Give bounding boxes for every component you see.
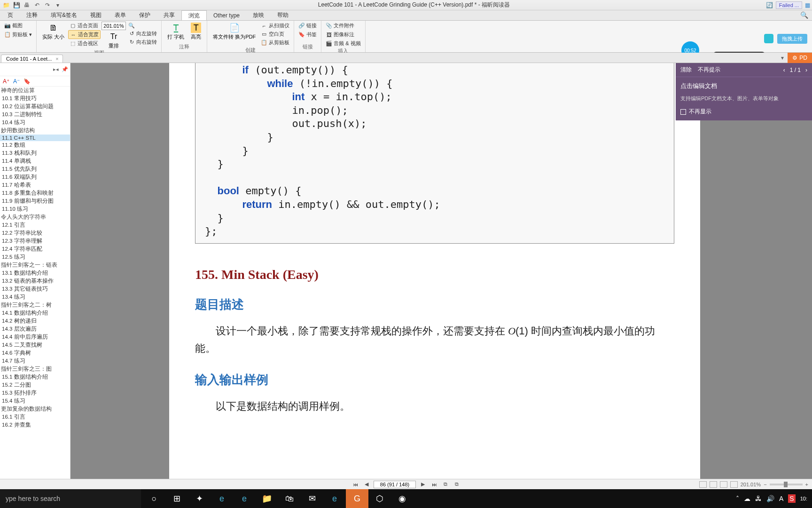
edge-icon[interactable]: e	[233, 489, 256, 508]
tab-file[interactable]: 页	[1, 10, 20, 20]
print-icon[interactable]: 🖶	[23, 1, 31, 9]
tab-dropdown-icon[interactable]: ▾	[781, 55, 784, 61]
toc-item[interactable]: 11.7 哈希表	[0, 181, 70, 189]
toc-section[interactable]: 指针三剑客之一：链表	[0, 261, 70, 269]
toc-section[interactable]: 令人头大的字符串	[0, 213, 70, 221]
nav-extra2-icon[interactable]: ⧉	[453, 481, 461, 488]
store-icon[interactable]: 🛍	[278, 489, 301, 508]
toc-item[interactable]: 14.3 层次遍历	[0, 325, 70, 333]
tab-view[interactable]: 视图	[84, 10, 108, 20]
toc-item[interactable]: 11.1 C++ STL	[0, 135, 70, 141]
toc-item[interactable]: 10.1 常用技巧	[0, 95, 70, 103]
ie-icon[interactable]: e	[211, 489, 233, 508]
tray-up-icon[interactable]: ˄	[736, 495, 739, 502]
toc-item[interactable]: 15.1 数据结构介绍	[0, 373, 70, 381]
windows-search-input[interactable]: ype here to search	[0, 489, 141, 508]
toc-item[interactable]: 14.4 前中后序遍历	[0, 333, 70, 341]
toc-item[interactable]: 11.5 优先队列	[0, 165, 70, 173]
toc-item[interactable]: 14.1 数据结构介绍	[0, 309, 70, 317]
find-icon[interactable]: 🔍	[800, 11, 808, 19]
toc-item[interactable]: 10.2 位运算基础问题	[0, 103, 70, 111]
toc-section[interactable]: 妙用数据结构	[0, 127, 70, 135]
tab-protect[interactable]: 保护	[133, 10, 157, 20]
toc-item[interactable]: 11.3 栈和队列	[0, 149, 70, 157]
toc-item[interactable]: 16.2 并查集	[0, 421, 70, 429]
nav-extra1-icon[interactable]: ⧉	[441, 481, 450, 488]
edit-doc-link[interactable]: 点击编辑文档	[676, 77, 812, 95]
toc-item[interactable]: 14.7 练习	[0, 357, 70, 365]
toc-item[interactable]: 10.3 二进制特性	[0, 111, 70, 119]
toc-item[interactable]: 15.2 二分图	[0, 381, 70, 389]
clipboard-button[interactable]: 📋剪贴板▾	[3, 31, 33, 39]
magnifier-button[interactable]: 🔍	[127, 22, 158, 29]
tray-ime-icon[interactable]: S	[788, 494, 795, 503]
failed-badge[interactable]: Failed ...	[776, 1, 802, 9]
prev-hit-icon[interactable]: ‹	[783, 67, 785, 73]
toc-item[interactable]: 15.3 拓扑排序	[0, 389, 70, 397]
view-facing-cont-icon[interactable]	[730, 481, 738, 488]
cortana-icon[interactable]: ○	[143, 489, 165, 508]
view-facing-icon[interactable]	[720, 481, 727, 488]
image-annotation-button[interactable]: 🖼图像标注	[324, 31, 356, 39]
screenshot-button[interactable]: 📷截图	[3, 22, 24, 30]
next-page-button[interactable]: ▶	[419, 481, 427, 488]
tab-comment[interactable]: 注释	[20, 10, 44, 20]
tray-cloud-icon[interactable]: ☁	[744, 495, 750, 502]
fit-view-button[interactable]: ⬚适合视区	[68, 40, 101, 48]
prev-page-button[interactable]: ◀	[362, 481, 371, 488]
explorer-icon[interactable]: 📁	[256, 489, 278, 508]
toc-item[interactable]: 12.4 字符串匹配	[0, 245, 70, 253]
tab-fill[interactable]: 填写&签名	[44, 10, 84, 20]
page-number-input[interactable]	[374, 481, 416, 488]
toc-item[interactable]: 13.1 数据结构介绍	[0, 269, 70, 277]
convert-button[interactable]: 📄将文件转 换为PDF	[210, 22, 258, 40]
zoom-out-icon[interactable]: −	[764, 482, 766, 487]
tab-play[interactable]: 放映	[246, 10, 271, 20]
first-page-button[interactable]: ⏮	[351, 481, 359, 488]
bookmark-nav-icon[interactable]: 🔖	[23, 78, 31, 85]
toc-item[interactable]: 13.3 其它链表技巧	[0, 285, 70, 293]
tab-form[interactable]: 表单	[108, 10, 133, 20]
doc-tab[interactable]: Code 101 - A Leet... ×	[1, 55, 63, 63]
toc-item[interactable]: 11.2 数组	[0, 141, 70, 149]
bookmark-button[interactable]: 🔖书签	[297, 31, 318, 39]
from-scanner-button[interactable]: ⌐从扫描仪	[259, 22, 291, 30]
toc-item[interactable]: 11.9 前缀和与积分图	[0, 197, 70, 205]
toc-item[interactable]: 14.6 字典树	[0, 349, 70, 357]
toc-item[interactable]: 10.4 练习	[0, 119, 70, 127]
pin-icon[interactable]: 📌	[62, 66, 68, 72]
toc-item[interactable]: 14.5 二叉查找树	[0, 341, 70, 349]
tray-net-icon[interactable]: 🖧	[755, 495, 762, 502]
toc-item[interactable]: 12.3 字符串理解	[0, 237, 70, 245]
toc-item[interactable]: 11.4 单调栈	[0, 157, 70, 165]
open-icon[interactable]: 📁	[2, 1, 10, 9]
fit-width-button[interactable]: ↔适合宽度	[68, 30, 101, 39]
save-icon[interactable]: 💾	[12, 1, 21, 9]
toc-item[interactable]: 12.5 练习	[0, 253, 70, 261]
app3-icon[interactable]: ⬡	[368, 489, 391, 508]
grid-icon[interactable]: ▦	[805, 2, 810, 8]
upload-button[interactable]: 拖拽上传	[777, 34, 807, 44]
zoom-slider[interactable]	[770, 484, 803, 485]
toc-section[interactable]: 神奇的位运算	[0, 87, 70, 95]
tab-help[interactable]: 帮助	[271, 10, 295, 20]
collapse-icon[interactable]: ▸◂	[53, 66, 59, 72]
last-page-button[interactable]: ⏭	[430, 481, 438, 488]
toc-item[interactable]: 11.8 多重集合和映射	[0, 189, 70, 197]
app1-icon[interactable]: ✦	[188, 489, 211, 508]
blank-page-button[interactable]: ▭空白页	[259, 30, 291, 38]
fit-page-button[interactable]: ▢适合页面	[68, 22, 101, 30]
font-decrease-icon[interactable]: A⁻	[13, 78, 20, 85]
toc-item[interactable]: 13.4 练习	[0, 293, 70, 301]
tray-clock[interactable]: 10:	[800, 496, 807, 501]
link-button[interactable]: 🔗链接	[297, 22, 318, 30]
toc-item[interactable]: 13.2 链表的基本操作	[0, 277, 70, 285]
next-hit-icon[interactable]: ›	[805, 67, 807, 73]
rotate-left-button[interactable]: ↺向左旋转	[127, 30, 158, 38]
tab-share[interactable]: 共享	[157, 10, 181, 20]
undo-icon[interactable]: ↶	[33, 1, 41, 9]
zoom-input[interactable]	[102, 22, 126, 30]
tab-other[interactable]: Other type	[207, 10, 246, 20]
tab-browse[interactable]: 浏览	[181, 10, 207, 20]
toc-item[interactable]: 12.2 字符串比较	[0, 229, 70, 237]
